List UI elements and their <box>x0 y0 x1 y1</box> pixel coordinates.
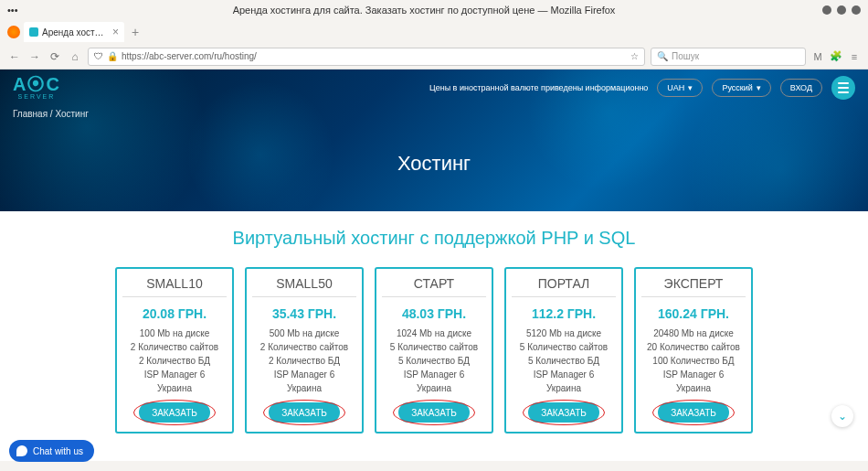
scroll-down-button[interactable]: ⌄ <box>831 405 853 427</box>
window-title: Аренда хостинга для сайта. Заказать хост… <box>26 5 822 16</box>
plan-card: SMALL1020.08 ГРН.100 Mb на диске2 Количе… <box>115 267 234 434</box>
site-logo[interactable]: A⦿C SERVER <box>13 75 60 100</box>
main-content: Виртуальный хостинг с поддержкой PHP и S… <box>0 211 868 461</box>
mail-icon[interactable]: M <box>811 50 824 63</box>
plan-spec: 5 Количество БД <box>398 354 470 368</box>
search-input[interactable]: 🔍 Пошук <box>651 48 806 66</box>
plan-spec: Украина <box>546 381 581 395</box>
window-min-button[interactable] <box>822 5 831 15</box>
browser-address-bar: ← → ⟳ ⌂ 🛡 🔒 https://abc-server.com/ru/ho… <box>0 44 868 70</box>
breadcrumb: Главная / Хостинг <box>0 105 868 123</box>
chevron-down-icon: ▾ <box>688 83 693 92</box>
plan-spec: ISP Manager 6 <box>144 368 206 381</box>
order-button-wrap: ЗАКАЗАТЬ <box>528 402 599 423</box>
plan-name: ЭКСПЕРТ <box>641 276 746 297</box>
url-text: https://abc-server.com/ru/hosting/ <box>122 51 257 61</box>
plan-name: СТАРТ <box>382 276 486 297</box>
home-button[interactable]: ⌂ <box>68 49 82 64</box>
favicon-icon <box>29 27 38 37</box>
menu-button[interactable] <box>831 76 855 100</box>
search-placeholder: Пошук <box>672 51 699 61</box>
plan-spec: ISP Manager 6 <box>663 368 725 381</box>
plan-spec: ISP Manager 6 <box>534 368 595 381</box>
browser-menu-button[interactable]: ≡ <box>848 50 861 63</box>
extension-icon[interactable]: 🧩 <box>830 50 842 63</box>
logo-text: A⦿C <box>13 75 60 93</box>
plan-price: 35.43 ГРН. <box>272 306 336 321</box>
chat-widget[interactable]: Chat with us <box>9 440 94 462</box>
tab-close-button[interactable]: × <box>112 26 119 38</box>
plan-spec: Украина <box>417 381 451 395</box>
plan-name: SMALL50 <box>252 276 356 297</box>
burger-line <box>838 87 849 89</box>
plan-spec: 2 Количество сайтов <box>131 340 218 354</box>
plan-price: 112.2 ГРН. <box>532 306 596 321</box>
plan-card: ПОРТАЛ112.2 ГРН.5120 Mb на диске5 Количе… <box>504 267 623 434</box>
site-hero: A⦿C SERVER Цены в иностранной валюте при… <box>0 70 868 211</box>
plan-spec: 2 Количество сайтов <box>260 340 348 354</box>
plan-spec: 1024 Mb на диске <box>397 326 471 340</box>
plan-card: SMALL5035.43 ГРН.500 Mb на диске2 Количе… <box>245 267 364 434</box>
plan-card: ЭКСПЕРТ160.24 ГРН.20480 Mb на диске20 Ко… <box>634 267 753 434</box>
chat-label: Chat with us <box>33 446 83 456</box>
plan-price: 48.03 ГРН. <box>402 306 466 321</box>
highlight-ring <box>523 400 605 425</box>
system-titlebar: ••• Аренда хостинга для сайта. Заказать … <box>0 0 868 20</box>
order-button-wrap: ЗАКАЗАТЬ <box>269 402 340 423</box>
plan-spec: 100 Количество БД <box>652 354 734 368</box>
chevron-down-icon: ⌄ <box>838 410 847 423</box>
plans-grid: SMALL1020.08 ГРН.100 Mb на диске2 Количе… <box>0 267 868 434</box>
plan-spec: 20 Количество сайтов <box>647 340 740 354</box>
browser-tab[interactable]: Аренда хостинга для сайт × <box>24 22 124 42</box>
plan-spec: 2 Количество БД <box>139 354 210 368</box>
system-menu-dots[interactable]: ••• <box>7 5 26 16</box>
plan-spec: 500 Mb на диске <box>270 326 339 340</box>
tab-title: Аренда хостинга для сайт <box>42 27 109 37</box>
plan-name: ПОРТАЛ <box>512 276 616 297</box>
window-max-button[interactable] <box>837 5 846 15</box>
lock-icon: 🔒 <box>107 51 118 61</box>
plan-card: СТАРТ48.03 ГРН.1024 Mb на диске5 Количес… <box>375 267 493 434</box>
reload-button[interactable]: ⟳ <box>48 49 62 64</box>
plan-spec: ISP Manager 6 <box>404 368 465 381</box>
chat-bubble-icon <box>16 445 27 456</box>
language-selector[interactable]: Русский ▾ <box>712 79 770 97</box>
bookmark-star-icon[interactable]: ☆ <box>630 51 639 61</box>
plan-name: SMALL10 <box>122 276 227 297</box>
section-title: Виртуальный хостинг с поддержкой PHP и S… <box>0 228 868 249</box>
plan-spec: 5 Количество БД <box>528 354 599 368</box>
browser-tab-bar: Аренда хостинга для сайт × + <box>0 20 868 44</box>
order-button-wrap: ЗАКАЗАТЬ <box>658 402 729 423</box>
currency-selector[interactable]: UAH ▾ <box>657 79 703 97</box>
highlight-ring <box>652 400 735 425</box>
back-button[interactable]: ← <box>7 49 22 64</box>
burger-line <box>838 91 849 93</box>
plan-spec: Украина <box>287 381 322 395</box>
shield-icon: 🛡 <box>94 51 103 61</box>
page-title: Хостинг <box>0 152 868 176</box>
language-label: Русский <box>722 83 752 92</box>
url-input[interactable]: 🛡 🔒 https://abc-server.com/ru/hosting/ ☆ <box>88 48 645 66</box>
site-topbar: A⦿C SERVER Цены в иностранной валюте при… <box>0 70 868 105</box>
window-close-button[interactable] <box>852 5 861 15</box>
breadcrumb-home[interactable]: Главная <box>13 109 48 119</box>
highlight-ring <box>393 400 475 425</box>
new-tab-button[interactable]: + <box>128 25 143 39</box>
chevron-down-icon: ▾ <box>757 83 761 92</box>
highlight-ring <box>133 400 216 425</box>
burger-line <box>838 82 849 84</box>
logo-subtext: SERVER <box>18 93 56 100</box>
plan-spec: 2 Количество БД <box>269 354 340 368</box>
plan-spec: Украина <box>676 381 711 395</box>
order-button-wrap: ЗАКАЗАТЬ <box>139 402 210 423</box>
forward-button[interactable]: → <box>27 49 42 64</box>
plan-spec: 5120 Mb на диске <box>526 326 601 340</box>
login-button[interactable]: ВХОД <box>780 79 822 97</box>
currency-info-text: Цены в иностранной валюте приведены инфо… <box>429 83 648 92</box>
plan-spec: 100 Mb на диске <box>140 326 209 340</box>
highlight-ring <box>263 400 345 425</box>
plan-price: 20.08 ГРН. <box>143 306 206 321</box>
currency-label: UAH <box>667 83 684 92</box>
plan-spec: Украина <box>157 381 192 395</box>
plan-spec: 5 Количество сайтов <box>390 340 478 354</box>
